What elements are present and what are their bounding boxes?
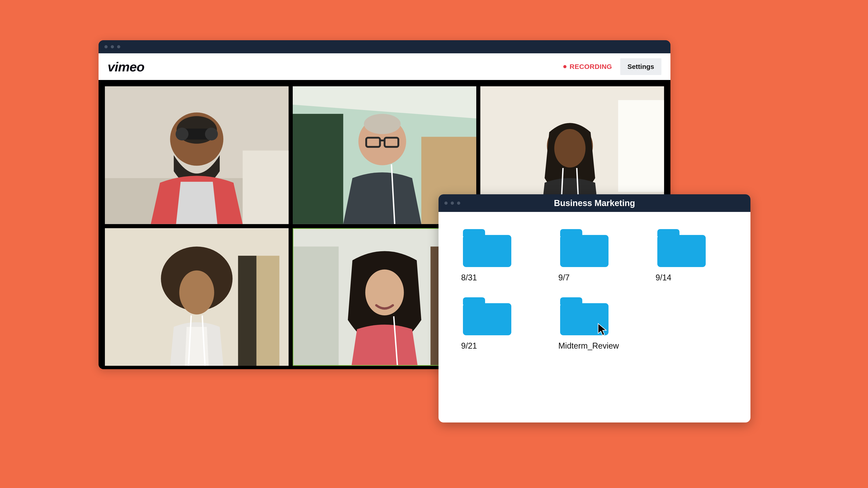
folder-icon	[461, 228, 513, 268]
recording-label: RECORDING	[569, 63, 612, 70]
svg-rect-37	[463, 235, 511, 267]
window-control-expand-icon[interactable]	[117, 45, 120, 48]
recording-indicator: RECORDING	[563, 63, 612, 70]
folder-label: 9/21	[461, 341, 477, 351]
svg-point-13	[364, 114, 401, 134]
folder-label: Midterm_Review	[558, 341, 619, 351]
folder-grid: 8/31 9/7 9/14 9/21 Midterm_Review	[438, 212, 750, 360]
vimeo-logo: vimeo	[107, 59, 145, 74]
svg-rect-2	[243, 151, 288, 224]
window-control-close-icon[interactable]	[444, 201, 447, 205]
folder-icon	[461, 296, 513, 337]
folder-label: 9/14	[655, 273, 671, 283]
window-control-expand-icon[interactable]	[457, 201, 460, 205]
window-control-minimize-icon[interactable]	[111, 45, 114, 48]
svg-point-6	[176, 128, 188, 140]
folder-icon	[655, 228, 708, 268]
svg-rect-39	[657, 235, 706, 267]
folder-window-titlebar: Business Marketing	[438, 194, 750, 212]
folder-window-title: Business Marketing	[438, 198, 750, 208]
recording-dot-icon	[563, 65, 566, 68]
live-label: LIVE	[113, 369, 129, 369]
participant-tile[interactable]	[105, 86, 289, 224]
svg-rect-38	[560, 235, 609, 267]
svg-rect-19	[618, 100, 664, 192]
folder-item[interactable]: 8/31	[461, 228, 513, 283]
svg-point-21	[554, 129, 585, 168]
folder-item[interactable]: 9/14	[655, 228, 708, 283]
live-badge: LIVE	[107, 369, 129, 369]
folder-item[interactable]: 9/7	[558, 228, 610, 283]
folder-icon	[558, 228, 610, 268]
svg-rect-25	[256, 256, 279, 366]
svg-rect-10	[293, 114, 343, 224]
svg-rect-40	[463, 303, 511, 335]
svg-rect-33	[293, 247, 339, 366]
svg-point-28	[179, 270, 214, 314]
window-titlebar	[98, 40, 671, 53]
folder-browser-window: Business Marketing 8/31 9/7 9/14 9/21 Mi…	[438, 194, 750, 422]
window-control-close-icon[interactable]	[104, 45, 107, 48]
folder-icon	[558, 296, 610, 337]
svg-point-7	[205, 128, 218, 140]
folder-item[interactable]: 9/21	[461, 296, 513, 351]
settings-button[interactable]: Settings	[620, 58, 661, 75]
folder-label: 9/7	[558, 273, 569, 283]
svg-rect-41	[560, 303, 609, 335]
app-header: vimeo RECORDING Settings	[98, 53, 671, 80]
folder-item[interactable]: Midterm_Review	[558, 296, 619, 351]
participant-tile[interactable]	[105, 228, 289, 366]
folder-label: 8/31	[461, 273, 477, 283]
svg-rect-26	[238, 256, 256, 366]
window-control-minimize-icon[interactable]	[451, 201, 454, 205]
